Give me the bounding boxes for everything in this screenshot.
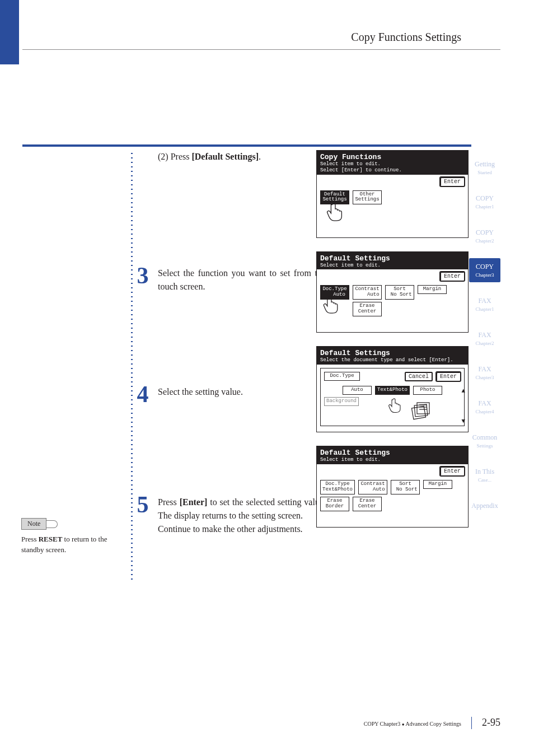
- lcd3-title: Default Settings: [320, 349, 465, 357]
- lcd2-title: Default Settings: [320, 254, 465, 263]
- page-accent-bar: [0, 0, 19, 64]
- step-5-text: Press [Enter] to set the selected settin…: [158, 496, 326, 536]
- note-label: Note: [21, 518, 46, 530]
- lcd4-erase-border-button[interactable]: Erase Border: [320, 497, 349, 511]
- lcd1-other-settings-button[interactable]: Other Settings: [353, 190, 382, 205]
- lcd2-sort-button[interactable]: Sort No Sort: [385, 285, 414, 300]
- tab-fax-ch4[interactable]: FAXChapter4: [469, 395, 500, 419]
- lcd-default-settings-list: Default Settings Select item to edit. En…: [316, 251, 469, 333]
- dotted-guide-line: [131, 151, 133, 582]
- header-rule: [22, 49, 500, 50]
- lcd1-enter-button[interactable]: Enter: [440, 177, 465, 186]
- scroll-up-icon[interactable]: ▲: [461, 388, 465, 394]
- step-3-number: 3: [134, 267, 151, 286]
- lcd3-photo-button[interactable]: Photo: [413, 386, 442, 395]
- note-heading: Note: [21, 518, 121, 530]
- lcd4-doctype-button[interactable]: Doc.Type Text&Photo: [320, 480, 355, 494]
- lcd-default-settings-result: Default Settings Select item to edit. En…: [316, 446, 469, 528]
- note-tab-icon: [46, 520, 58, 528]
- tab-appendix[interactable]: Appendix: [469, 497, 500, 515]
- lcd4-contrast-button[interactable]: Contrast Auto: [358, 480, 387, 494]
- lcd3-textphoto-button[interactable]: Text&Photo: [375, 386, 410, 395]
- bullet-icon: ●: [402, 722, 406, 727]
- lcd3-background-button[interactable]: Background: [324, 397, 359, 406]
- lcd1-title: Copy Functions: [320, 153, 465, 161]
- lcd4-sort-button[interactable]: Sort No Sort: [391, 480, 420, 494]
- tab-copy-ch1[interactable]: COPYChapter1: [469, 190, 500, 214]
- page-footer: COPY Chapter3 ● Advanced Copy Settings 2…: [364, 717, 500, 729]
- side-tab-strip: GettingStarted COPYChapter1 COPYChapter2…: [469, 156, 500, 515]
- lcd-copy-functions: Copy Functions Select item to edit. Sele…: [316, 150, 469, 238]
- lcd3-sub: Select the document type and select [Ent…: [320, 357, 465, 363]
- note-block: Note Press RESET to return to the standb…: [21, 518, 121, 556]
- lcd2-sub: Select item to edit.: [320, 263, 465, 269]
- lcd2-margin-button[interactable]: Margin: [418, 285, 447, 294]
- tab-getting-started[interactable]: GettingStarted: [469, 156, 500, 180]
- lcd4-sub: Select item to edit.: [320, 457, 465, 463]
- lcd4-erase-center-button[interactable]: Erase Center: [353, 497, 382, 511]
- lcd4-margin-button[interactable]: Margin: [423, 480, 452, 489]
- header-section-title: Copy Functions Settings: [351, 31, 461, 44]
- step-4-number: 4: [134, 385, 151, 404]
- tab-fax-ch2[interactable]: FAXChapter2: [469, 326, 500, 351]
- footer-breadcrumb: COPY Chapter3 ● Advanced Copy Settings: [364, 721, 461, 727]
- lcd4-enter-button[interactable]: Enter: [440, 466, 465, 476]
- lcd2-enter-button[interactable]: Enter: [440, 272, 465, 281]
- tab-copy-ch3[interactable]: COPYChapter3: [469, 258, 500, 282]
- step-4-text: Select the setting value.: [158, 385, 326, 399]
- lcd3-cancel-button[interactable]: Cancel: [405, 372, 433, 381]
- lcd2-erase-center-button[interactable]: Erase Center: [353, 302, 382, 316]
- footer-divider: [471, 717, 472, 729]
- scroll-down-icon[interactable]: ▼: [461, 418, 465, 424]
- lcd1-sub1: Select item to edit.: [320, 161, 465, 167]
- tab-in-this-case[interactable]: In ThisCase...: [469, 463, 500, 487]
- pointer-hand-icon: [325, 200, 346, 223]
- tab-fax-ch1[interactable]: FAXChapter1: [469, 292, 500, 316]
- document-stack-icon: [409, 399, 432, 423]
- step-3-text: Select the function you want to set from…: [158, 267, 326, 293]
- pointer-hand-icon: [321, 294, 341, 316]
- lcd3-enter-button[interactable]: Enter: [436, 372, 461, 381]
- tab-common-settings[interactable]: CommonSettings: [469, 429, 500, 453]
- note-text: Press RESET to return to the standby scr…: [21, 534, 121, 556]
- tab-fax-ch3[interactable]: FAXChapter3: [469, 361, 500, 385]
- content-top-rule: [22, 144, 471, 147]
- step-5-number: 5: [134, 496, 151, 515]
- lcd2-contrast-button[interactable]: Contrast Auto: [353, 285, 382, 300]
- step-2-text: (2) Press [Default Settings].: [158, 150, 326, 164]
- pointer-hand-icon: [387, 396, 404, 415]
- lcd3-auto-button[interactable]: Auto: [343, 386, 372, 395]
- tab-copy-ch2[interactable]: COPYChapter2: [469, 224, 500, 248]
- page-number: 2-95: [482, 717, 500, 729]
- lcd-column: Copy Functions Select item to edit. Sele…: [316, 150, 473, 528]
- lcd-doctype-select: Default Settings Select the document typ…: [316, 346, 469, 432]
- lcd1-sub2: Select [Enter] to continue.: [320, 167, 465, 174]
- lcd4-title: Default Settings: [320, 449, 465, 457]
- lcd3-panel-label: Doc.Type: [324, 372, 360, 381]
- svg-rect-0: [411, 406, 425, 419]
